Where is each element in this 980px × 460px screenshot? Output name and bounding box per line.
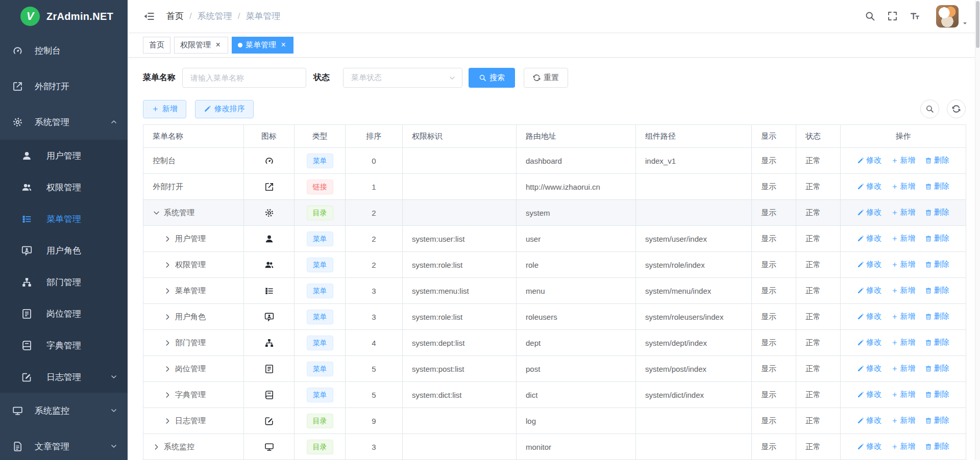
add-link[interactable]: 新增	[891, 234, 916, 243]
add-link[interactable]: 新增	[891, 442, 916, 451]
expand-row-icon[interactable]	[164, 417, 172, 425]
cell-visible: 显示	[752, 252, 796, 278]
expand-row-icon[interactable]	[164, 235, 172, 243]
sidebar-toggle-button[interactable]	[143, 10, 155, 22]
sidebar-item-external[interactable]: 外部打开	[0, 68, 128, 104]
sidebar-item-dept[interactable]: 部门管理	[0, 266, 128, 298]
sidebar-item-menu[interactable]: 菜单管理	[0, 203, 128, 235]
user-icon	[264, 234, 274, 244]
expand-row-icon[interactable]	[164, 391, 172, 399]
cell-visible: 显示	[752, 174, 796, 200]
add-link[interactable]: 新增	[891, 364, 916, 373]
cell-menu-name: 部门管理	[143, 330, 244, 356]
add-link[interactable]: 新增	[891, 312, 916, 321]
edit-link[interactable]: 修改	[857, 390, 881, 399]
sidebar-item-role[interactable]: 权限管理	[0, 171, 128, 203]
edit-link[interactable]: 修改	[857, 286, 881, 295]
expand-row-icon[interactable]	[164, 339, 172, 347]
add-link[interactable]: 新增	[891, 390, 916, 399]
expand-row-icon[interactable]	[164, 313, 172, 321]
add-link[interactable]: 新增	[891, 286, 916, 295]
sidebar-item-user[interactable]: 用户管理	[0, 140, 128, 171]
edit-link[interactable]: 修改	[857, 234, 881, 243]
delete-link[interactable]: 删除	[925, 312, 949, 321]
sort-edit-button[interactable]: 修改排序	[195, 100, 254, 118]
delete-link[interactable]: 删除	[925, 234, 949, 243]
add-link[interactable]: 新增	[891, 260, 916, 269]
cell-status: 正常	[796, 356, 841, 382]
delete-link[interactable]: 删除	[925, 364, 949, 373]
sidebar-item-system[interactable]: 系统管理	[0, 104, 128, 140]
delete-link[interactable]: 删除	[925, 208, 949, 217]
edit-link[interactable]: 修改	[857, 312, 881, 321]
edit-link[interactable]: 修改	[857, 208, 881, 217]
expand-row-icon[interactable]	[164, 287, 172, 295]
edit-link[interactable]: 修改	[857, 442, 881, 451]
sidebar: V ZrAdmin.NET 控制台外部打开系统管理用户管理权限管理菜单管理用户角…	[0, 0, 128, 460]
delete-link[interactable]: 删除	[925, 182, 949, 191]
add-button[interactable]: 新增	[143, 100, 186, 118]
scrollbar-thumb[interactable]	[976, 1, 979, 48]
delete-link[interactable]: 删除	[925, 338, 949, 347]
monitor-icon	[264, 442, 274, 452]
edit-link[interactable]: 修改	[857, 182, 881, 191]
add-link[interactable]: 新增	[891, 182, 916, 191]
delete-link[interactable]: 删除	[925, 156, 949, 165]
sidebar-item-log[interactable]: 日志管理	[0, 361, 128, 393]
status-select[interactable]: 菜单状态	[343, 68, 462, 88]
add-link[interactable]: 新增	[891, 156, 916, 165]
sidebar-item-dashboard[interactable]: 控制台	[0, 33, 128, 68]
tags-view-tab-2[interactable]: 菜单管理×	[232, 37, 293, 54]
sidebar-item-post[interactable]: 岗位管理	[0, 298, 128, 329]
page-scrollbar[interactable]	[975, 0, 980, 460]
edit-link[interactable]: 修改	[857, 416, 881, 425]
sidebar-item-dict[interactable]: 字典管理	[0, 329, 128, 361]
app-logo[interactable]: V ZrAdmin.NET	[0, 0, 128, 33]
breadcrumb-item[interactable]: 首页	[166, 10, 184, 22]
cell-order: 3	[346, 304, 403, 330]
cell-component: system/menu/index	[636, 278, 752, 304]
header-search-icon[interactable]	[865, 11, 875, 21]
cell-route: dashboard	[517, 148, 636, 174]
expand-row-icon[interactable]	[164, 261, 172, 269]
add-link[interactable]: 新增	[891, 416, 916, 425]
refresh-table-button[interactable]	[947, 99, 966, 118]
edit-link[interactable]: 修改	[857, 260, 881, 269]
tags-view-tab-1[interactable]: 权限管理×	[174, 37, 228, 54]
edit-link[interactable]: 修改	[857, 156, 881, 165]
cell-component	[636, 174, 752, 200]
add-link[interactable]: 新增	[891, 338, 916, 347]
menu-name-input[interactable]	[182, 68, 306, 88]
close-icon[interactable]: ×	[214, 41, 222, 49]
column-header-type: 类型	[295, 125, 346, 148]
menu-list-icon	[21, 214, 32, 224]
reset-button[interactable]: 重置	[524, 68, 568, 88]
cell-component: system/user/index	[636, 226, 752, 252]
collapse-row-icon[interactable]	[153, 209, 160, 217]
tags-view-tab-0[interactable]: 首页	[143, 37, 170, 54]
delete-link[interactable]: 删除	[925, 416, 949, 425]
breadcrumb-item[interactable]: 系统管理	[198, 10, 232, 22]
fullscreen-icon[interactable]	[887, 11, 898, 21]
expand-row-icon[interactable]	[164, 365, 172, 373]
add-link[interactable]: 新增	[891, 208, 916, 217]
sidebar-item-article[interactable]: 文章管理	[0, 428, 128, 460]
delete-link[interactable]: 删除	[925, 260, 949, 269]
toggle-search-button[interactable]	[920, 99, 939, 118]
expand-row-icon[interactable]	[153, 443, 160, 451]
search-button[interactable]: 搜索	[469, 68, 515, 88]
table-row-1: 外部打开 链接 1 http://www.izhaorui.cn 显示 正常 修…	[143, 174, 966, 200]
font-size-icon[interactable]	[910, 11, 920, 21]
sidebar-item-roleusers[interactable]: 用户角色	[0, 235, 128, 266]
delete-link[interactable]: 删除	[925, 390, 949, 399]
table-row-10: 日志管理 目录 9 log 显示 正常 修改 新增 删除	[143, 408, 966, 434]
user-avatar-menu[interactable]	[936, 5, 959, 28]
edit-link[interactable]: 修改	[857, 364, 881, 373]
delete-link[interactable]: 删除	[925, 286, 949, 295]
edit-link[interactable]: 修改	[857, 338, 881, 347]
close-icon[interactable]: ×	[279, 41, 287, 49]
cell-route: menu	[517, 278, 636, 304]
sidebar-item-monitor[interactable]: 系统监控	[0, 393, 128, 428]
delete-link[interactable]: 删除	[925, 442, 949, 451]
type-tag: 目录	[307, 206, 333, 220]
